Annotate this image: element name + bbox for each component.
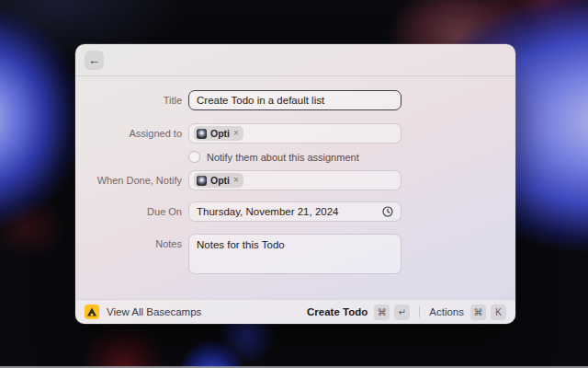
when-done-notify-field[interactable]: Opti ×	[188, 170, 401, 190]
notify-checkbox[interactable]	[188, 151, 200, 163]
due-on-value: Thursday, November 21, 2024	[197, 206, 382, 217]
assignee-chip-label: Opti	[210, 129, 230, 139]
remove-icon[interactable]: ×	[233, 176, 239, 185]
due-on-label: Due On	[75, 201, 182, 222]
actions-button[interactable]: Actions	[429, 306, 464, 317]
title-row: Title	[75, 90, 515, 110]
command-key: ⌘	[374, 305, 390, 320]
notes-row: Notes	[75, 234, 515, 274]
title-label: Title	[75, 90, 182, 110]
clock-icon[interactable]	[382, 206, 393, 217]
assigned-to-label: Assigned to	[75, 123, 182, 144]
footer-divider	[419, 306, 420, 317]
when-done-notify-row: When Done, Notify Opti ×	[75, 170, 515, 190]
notes-label: Notes	[75, 234, 182, 254]
due-on-field[interactable]: Thursday, November 21, 2024	[188, 201, 401, 222]
when-done-notify-label: When Done, Notify	[75, 170, 182, 190]
title-input[interactable]	[188, 90, 401, 110]
footer-actions-group: Create Todo ⌘ ↵ Actions ⌘ K	[307, 305, 506, 320]
back-button[interactable]: ←	[85, 51, 104, 70]
dialog-header: ←	[75, 44, 515, 76]
due-on-row: Due On Thursday, November 21, 2024	[75, 201, 515, 222]
avatar	[197, 176, 207, 186]
dialog-footer: View All Basecamps Create Todo ⌘ ↵ Actio…	[75, 299, 515, 324]
assigned-to-field[interactable]: Opti ×	[188, 123, 401, 144]
avatar	[197, 129, 207, 139]
k-key: K	[491, 305, 506, 320]
notify-checkbox-label: Notify them about this assignment	[207, 151, 359, 164]
command-key: ⌘	[470, 305, 486, 320]
return-key: ↵	[394, 305, 410, 320]
notify-chip-label: Opti	[210, 176, 230, 186]
assignee-chip[interactable]: Opti ×	[194, 126, 243, 141]
view-all-basecamps-button[interactable]: View All Basecamps	[107, 306, 201, 317]
create-todo-button[interactable]: Create Todo	[307, 306, 368, 317]
back-arrow-icon: ←	[88, 54, 100, 66]
create-todo-dialog: ← Title Assigned to Opti × Notify them a…	[75, 44, 515, 324]
basecamp-logo-icon	[85, 305, 99, 319]
notify-checkbox-row: Notify them about this assignment	[75, 151, 515, 164]
assigned-to-row: Assigned to Opti ×	[75, 123, 515, 144]
notify-chip[interactable]: Opti ×	[194, 173, 243, 188]
desktop-background: ← Title Assigned to Opti × Notify them a…	[0, 0, 588, 368]
remove-icon[interactable]: ×	[233, 129, 239, 138]
notes-textarea[interactable]	[188, 234, 401, 274]
